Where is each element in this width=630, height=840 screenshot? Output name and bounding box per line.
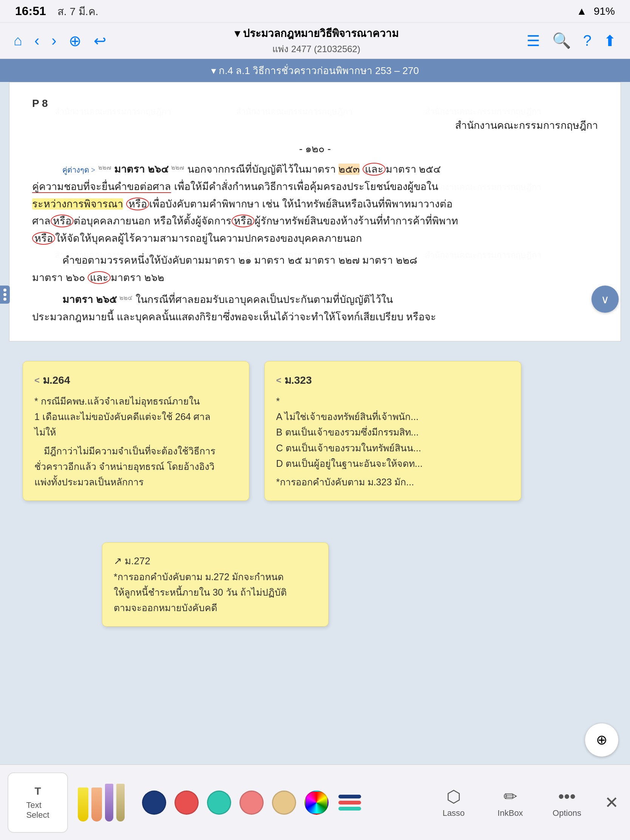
highlight-text-y1: ระหว่างการพิจารณา [32, 198, 123, 210]
pen-ballpoint[interactable] [105, 784, 113, 821]
circled-or-3: หรือ [232, 215, 254, 227]
menu-icon[interactable]: ☰ [526, 32, 540, 49]
inkbox-label: InkBox [497, 808, 523, 818]
search-icon[interactable]: 🔍 [552, 32, 571, 49]
wifi-icon: ▲ [576, 5, 587, 17]
text-custodian: ผู้รักษาทรัพย์สินของห้างร้านที่ทำการค้าท… [254, 215, 458, 227]
sticky-note-272[interactable]: ↗ ม.272 *การออกคำบังคับตาม ม.272 มักจะกำ… [102, 542, 328, 627]
page-document: สำนักงานคณะกรรมการกฤษฎีกา สำนักงานคณะกรร… [9, 82, 621, 341]
options-icon: ••• [558, 787, 576, 806]
sticky-note-264[interactable]: < ม.264 * กรณีมีคพษ.แล้วจำเลยไม่อุทธรณ์ภ… [23, 361, 249, 501]
note-264-line-4: มีฎีกาว่าไม่มีความจำเป็นที่จะต้องใช้วิธี… [35, 444, 238, 459]
pen-pencil[interactable] [116, 784, 125, 821]
nav-center: ▾ ประมวลกฎหมายวิธีพิจารณาความ แพ่ง 2477 … [106, 25, 526, 56]
chapter-banner: ▾ ก.4 ล.1 วิธีการชั่วคราวก่อนพิพากษา 253… [0, 59, 630, 82]
petition-text-2: มาตรา ๒๖๐ [32, 272, 88, 283]
pen-highlighter-peach[interactable] [92, 788, 102, 821]
section-265-text: ในกรณีที่ศาลยอมรับเอาบุคคลเป็นประกันตามท… [136, 294, 393, 305]
palette-line-2 [338, 801, 361, 805]
section-264-text-1: นอกจากกรณีที่บัญญัติไว้ในมาตรา [187, 164, 339, 175]
inkbox-tool[interactable]: ✏ InkBox [488, 787, 533, 818]
share-icon[interactable]: ⬆ [603, 32, 616, 49]
lasso-tool[interactable]: ⬡ Lasso [431, 787, 476, 818]
left-side-tab[interactable] [0, 286, 10, 304]
battery-icon: 91% [594, 5, 615, 17]
pen-highlighter-yellow[interactable] [78, 788, 88, 821]
note-272-line-2: ให้ลูกหนี้ชำระหนี้ภายใน 30 วัน ถ้าไม่ปฏิ… [114, 585, 317, 600]
section-265-text-2: ประมวลกฎหมายนี้ และบุคคลนั้นแสดงกิริยาซึ… [32, 311, 436, 322]
color-tan[interactable] [272, 791, 296, 815]
color-salmon[interactable] [240, 791, 264, 815]
scroll-down-button[interactable]: ∨ [592, 286, 619, 313]
lasso-label: Lasso [443, 808, 465, 818]
color-navy[interactable] [142, 791, 166, 815]
note-264-body: * กรณีมีคพษ.แล้วจำเลยไม่อุทธรณ์ภายใน 1 เ… [35, 393, 238, 490]
note-264-header: < ม.264 [35, 372, 238, 389]
note-323-body: * A ไม่ใช่เจ้าของทรัพย์สินที่เจ้าพนัก...… [276, 393, 510, 490]
bottom-toolbar: T TextSelect [0, 764, 630, 840]
note-323-line-footer: *การออกคำบังคับตาม ม.323 มัก... [276, 474, 510, 490]
note-272-body: *การออกคำบังคับตาม ม.272 มักจะกำหนด ให้ล… [114, 569, 317, 616]
circled-and-1: และ [363, 163, 385, 175]
superscript-2: ๒๒๗ [171, 166, 184, 174]
note-323-line-d: D ตนเป็นผู้อยู่ในฐานะอันจะให้จดท... [276, 456, 510, 471]
color-teal[interactable] [207, 791, 231, 815]
forward-icon[interactable]: › [51, 32, 56, 49]
doc-subtitle: แพ่ง 2477 (21032562) [106, 41, 526, 56]
home-icon[interactable]: ⌂ [14, 33, 22, 49]
add-page-icon[interactable]: ⊕ [69, 32, 82, 49]
close-icon: ✕ [605, 793, 619, 812]
back-icon[interactable]: ‹ [35, 32, 39, 49]
close-button[interactable]: ✕ [601, 789, 622, 816]
page-center-line: - ๑๒๐ - [32, 141, 598, 158]
note-323-line-c: C ตนเป็นเจ้าของรวมในทรัพย์สินน... [276, 441, 510, 456]
zoom-button[interactable]: ⊕ [585, 723, 619, 757]
note-264-line-2: 1 เดือนและไม่ขอบังคับคดีแต่จะใช้ 264 ศาล [35, 409, 238, 425]
superscript-3: ๒๒๔ [119, 296, 133, 305]
note-272-header: ↗ ม.272 [114, 553, 317, 569]
highlight-253: ๒๕๓ [338, 164, 360, 175]
section-264-and: และมาตรา ๒๕๔ [363, 163, 441, 175]
status-date: ส. 7 มี.ค. [57, 3, 98, 20]
circled-and-2: และ [88, 271, 111, 284]
note-264-line-6: แพ่งทั้งประมวลเป็นหลักการ [35, 474, 238, 490]
note-323-header: < ม.323 [276, 372, 510, 389]
tab-dot-3 [3, 298, 6, 301]
sticky-note-323[interactable]: < ม.323 * A ไม่ใช่เจ้าของทรัพย์สินที่เจ้… [264, 361, 521, 501]
status-time: 16:51 [15, 4, 46, 18]
note-323-line-a: A ไม่ใช่เจ้าของทรัพย์สินที่เจ้าพนัก... [276, 409, 510, 425]
circled-or-2: หรือ [51, 215, 74, 227]
note-264-line-3: ไม่ให้ [35, 425, 238, 440]
handwriting-annotation-1: คู่ต่างๆด > [62, 166, 95, 174]
note-264-line-1: * กรณีมีคพษ.แล้วจำเลยไม่อุทธรณ์ภายใน [35, 393, 238, 409]
section-264-label: มาตรา ๒๖๔ [114, 164, 169, 175]
note-323-chevron: < [276, 373, 281, 387]
color-rainbow[interactable] [305, 791, 328, 815]
palette-button[interactable] [335, 788, 365, 818]
underline-text-1: คู่ความชอบที่จะยื่นคำขอต่อศาล [32, 181, 171, 193]
note-264-title: ม.264 [43, 372, 70, 389]
petition-text-3: มาตรา ๒๖๒ [111, 272, 164, 283]
text-outside-person: ต่อบุคคลภายนอก หรือให้ตั้งผู้จัดการ [74, 215, 232, 227]
tab-dot-1 [3, 289, 6, 292]
pen-tools [78, 784, 125, 821]
note-272-line-3: ตามจะออกหมายบังคับคดี [114, 600, 317, 616]
note-272-title: ม.272 [125, 555, 150, 567]
lasso-icon: ⬡ [447, 787, 461, 806]
sticky-notes-area: < ม.264 * กรณีมีคพษ.แล้วจำเลยไม่อุทธรณ์ภ… [0, 354, 630, 508]
help-icon[interactable]: ? [583, 32, 592, 49]
text-select-label: TextSelect [26, 801, 49, 820]
nav-left: ⌂ ‹ › ⊕ ↩ [14, 32, 106, 49]
paragraph-petition: คำขอตามวรรคหนึ่งให้บังคับตามมาตรา ๒๑ มาต… [32, 252, 598, 287]
text-select-icon: T [35, 785, 41, 797]
options-tool[interactable]: ••• Options [544, 787, 590, 818]
tab-dot-2 [3, 293, 6, 296]
section-264-text-2: เพื่อให้มีคำสั่งกำหนดวิธีการเพื่อคุ้มครอ… [174, 181, 438, 192]
text-select-tool[interactable]: T TextSelect [8, 772, 68, 833]
section-265-label: มาตรา ๒๖๕ [62, 294, 117, 305]
color-coral[interactable] [175, 791, 199, 815]
inkbox-icon: ✏ [504, 787, 518, 806]
note-264-line-5: ชั่วคราวอีกแล้ว จำหน่ายอุทธรณ์ โดยอ้างอิ… [35, 459, 238, 474]
undo-icon[interactable]: ↩ [94, 32, 106, 49]
note-323-line-star: * [276, 393, 510, 409]
